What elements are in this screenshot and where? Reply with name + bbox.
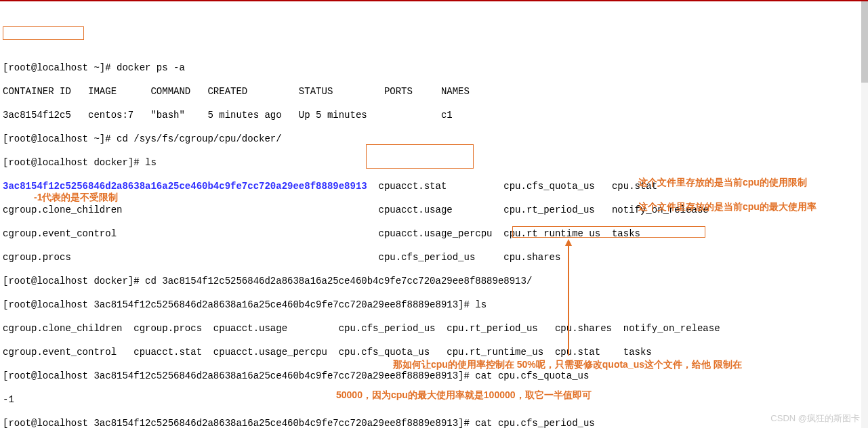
terminal-line: [root@localhost ~]# cd /sys/fs/cgroup/cp… bbox=[3, 133, 865, 146]
terminal-line: cgroup.event_control cpuacct.usage_percp… bbox=[3, 228, 865, 240]
highlight-container-id bbox=[3, 26, 84, 40]
terminal-line: [root@localhost docker]# ls bbox=[3, 157, 865, 169]
ls-output: cpuacct.stat cpu.cfs_quota_us cpu.stat bbox=[367, 181, 657, 192]
terminal-line: CONTAINER ID IMAGE COMMAND CREATED STATU… bbox=[3, 86, 865, 98]
annotation-minus1: -1代表的是不受限制 bbox=[34, 192, 118, 204]
arrow-line-icon bbox=[568, 246, 569, 356]
arrow-head-icon bbox=[565, 239, 572, 246]
terminal-line: cgroup.event_control cpuacct.stat cpuacc… bbox=[3, 347, 865, 359]
terminal-line: [root@localhost 3ac8154f12c5256846d2a863… bbox=[3, 418, 865, 429]
directory-name: 3ac8154f12c5256846d2a8638a16a25ce460b4c9… bbox=[3, 181, 367, 192]
terminal-line: cgroup.procs cpu.cfs_period_us cpu.share… bbox=[3, 252, 865, 264]
terminal-line: [root@localhost 3ac8154f12c5256846d2a863… bbox=[3, 370, 865, 383]
annotation-explain-2: 50000，因为cpu的最大使用率就是100000，取它一半值即可 bbox=[336, 389, 810, 402]
terminal-line: [root@localhost docker]# cd 3ac8154f12c5… bbox=[3, 276, 865, 288]
watermark: CSDN @疯狂的斯图卡 bbox=[770, 413, 860, 424]
scrollbar[interactable] bbox=[861, 1, 868, 428]
terminal-line: cgroup.clone_children cgroup.procs cpuac… bbox=[3, 323, 865, 335]
terminal-line: [root@localhost ~]# docker ps -a bbox=[3, 62, 865, 74]
scrollbar-thumb[interactable] bbox=[861, 1, 868, 83]
annotation-quota-file: 这个文件里存放的是当前cpu的使用限制 bbox=[638, 177, 868, 189]
terminal-line: 3ac8154f12c5 centos:7 "bash" 5 minutes a… bbox=[3, 110, 865, 122]
annotation-period-file: 这个文件里存放的是当前cpu的最大使用率 bbox=[638, 201, 868, 213]
annotation-explain-1: 那如何让cpu的使用率控制在 50%呢，只需要修改quota_us这个文件，给他… bbox=[393, 359, 867, 371]
terminal-line: [root@localhost 3ac8154f12c5256846d2a863… bbox=[3, 299, 865, 312]
